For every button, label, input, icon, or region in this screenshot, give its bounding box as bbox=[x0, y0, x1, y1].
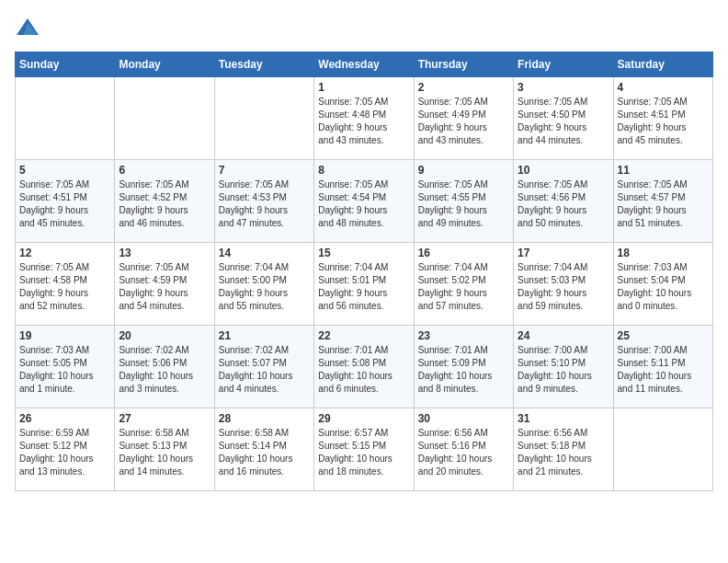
weekday-header-monday: Monday bbox=[115, 52, 214, 77]
weekday-header-thursday: Thursday bbox=[414, 52, 513, 77]
calendar-cell: 5Sunrise: 7:05 AM Sunset: 4:51 PM Daylig… bbox=[16, 160, 115, 243]
day-number: 3 bbox=[518, 81, 609, 94]
day-number: 8 bbox=[318, 164, 409, 177]
calendar-week-4: 26Sunrise: 6:59 AM Sunset: 5:12 PM Dayli… bbox=[16, 408, 713, 491]
calendar-week-3: 19Sunrise: 7:03 AM Sunset: 5:05 PM Dayli… bbox=[16, 326, 713, 408]
day-number: 26 bbox=[19, 412, 110, 425]
calendar-cell bbox=[16, 77, 115, 160]
day-number: 15 bbox=[318, 247, 409, 259]
calendar-cell: 14Sunrise: 7:04 AM Sunset: 5:00 PM Dayli… bbox=[214, 243, 313, 326]
calendar-cell: 20Sunrise: 7:02 AM Sunset: 5:06 PM Dayli… bbox=[115, 326, 214, 408]
day-number: 27 bbox=[119, 412, 210, 425]
calendar-cell: 6Sunrise: 7:05 AM Sunset: 4:52 PM Daylig… bbox=[115, 160, 214, 243]
calendar-cell: 7Sunrise: 7:05 AM Sunset: 4:53 PM Daylig… bbox=[214, 160, 313, 243]
calendar-week-2: 12Sunrise: 7:05 AM Sunset: 4:58 PM Dayli… bbox=[16, 243, 713, 326]
logo-icon bbox=[15, 15, 40, 40]
calendar-cell: 13Sunrise: 7:05 AM Sunset: 4:59 PM Dayli… bbox=[115, 243, 214, 326]
calendar-cell: 19Sunrise: 7:03 AM Sunset: 5:05 PM Dayli… bbox=[16, 326, 115, 408]
logo bbox=[15, 15, 44, 40]
calendar-cell: 17Sunrise: 7:04 AM Sunset: 5:03 PM Dayli… bbox=[514, 243, 613, 326]
weekday-header-saturday: Saturday bbox=[613, 52, 712, 77]
day-number: 1 bbox=[318, 81, 409, 94]
weekday-header-wednesday: Wednesday bbox=[314, 52, 414, 77]
day-info: Sunrise: 7:04 AM Sunset: 5:03 PM Dayligh… bbox=[518, 261, 609, 313]
calendar-table: SundayMondayTuesdayWednesdayThursdayFrid… bbox=[15, 52, 713, 491]
day-number: 24 bbox=[518, 329, 609, 342]
day-number: 11 bbox=[618, 164, 709, 177]
day-number: 5 bbox=[19, 164, 110, 177]
day-info: Sunrise: 6:59 AM Sunset: 5:12 PM Dayligh… bbox=[19, 427, 110, 478]
calendar-cell: 18Sunrise: 7:03 AM Sunset: 5:04 PM Dayli… bbox=[613, 243, 712, 326]
day-number: 21 bbox=[219, 329, 310, 342]
day-info: Sunrise: 7:05 AM Sunset: 4:51 PM Dayligh… bbox=[19, 178, 110, 230]
day-info: Sunrise: 7:05 AM Sunset: 4:51 PM Dayligh… bbox=[618, 96, 709, 147]
weekday-header-tuesday: Tuesday bbox=[214, 52, 313, 77]
day-number: 22 bbox=[318, 329, 409, 342]
calendar-cell: 8Sunrise: 7:05 AM Sunset: 4:54 PM Daylig… bbox=[314, 160, 414, 243]
calendar-cell: 11Sunrise: 7:05 AM Sunset: 4:57 PM Dayli… bbox=[613, 160, 712, 243]
day-number: 23 bbox=[418, 329, 509, 342]
day-info: Sunrise: 7:01 AM Sunset: 5:09 PM Dayligh… bbox=[418, 344, 509, 396]
day-info: Sunrise: 7:05 AM Sunset: 4:54 PM Dayligh… bbox=[318, 178, 409, 230]
calendar-cell bbox=[115, 77, 214, 160]
day-info: Sunrise: 7:05 AM Sunset: 4:48 PM Dayligh… bbox=[318, 96, 409, 147]
day-info: Sunrise: 7:04 AM Sunset: 5:01 PM Dayligh… bbox=[318, 261, 409, 313]
calendar-cell: 9Sunrise: 7:05 AM Sunset: 4:55 PM Daylig… bbox=[414, 160, 513, 243]
calendar-cell: 3Sunrise: 7:05 AM Sunset: 4:50 PM Daylig… bbox=[514, 77, 613, 160]
calendar-cell: 24Sunrise: 7:00 AM Sunset: 5:10 PM Dayli… bbox=[514, 326, 613, 408]
calendar-cell: 26Sunrise: 6:59 AM Sunset: 5:12 PM Dayli… bbox=[16, 408, 115, 491]
day-number: 19 bbox=[19, 329, 110, 342]
calendar-cell: 16Sunrise: 7:04 AM Sunset: 5:02 PM Dayli… bbox=[414, 243, 513, 326]
day-info: Sunrise: 7:05 AM Sunset: 4:49 PM Dayligh… bbox=[418, 96, 509, 147]
calendar-week-1: 5Sunrise: 7:05 AM Sunset: 4:51 PM Daylig… bbox=[16, 160, 713, 243]
calendar-cell: 23Sunrise: 7:01 AM Sunset: 5:09 PM Dayli… bbox=[414, 326, 513, 408]
calendar-cell bbox=[214, 77, 313, 160]
calendar-cell: 28Sunrise: 6:58 AM Sunset: 5:14 PM Dayli… bbox=[214, 408, 313, 491]
day-info: Sunrise: 6:56 AM Sunset: 5:18 PM Dayligh… bbox=[518, 427, 609, 478]
day-number: 28 bbox=[219, 412, 310, 425]
calendar-cell bbox=[613, 408, 712, 491]
day-info: Sunrise: 6:56 AM Sunset: 5:16 PM Dayligh… bbox=[418, 427, 509, 478]
day-info: Sunrise: 7:04 AM Sunset: 5:02 PM Dayligh… bbox=[418, 261, 509, 313]
day-number: 17 bbox=[518, 247, 609, 259]
day-info: Sunrise: 7:00 AM Sunset: 5:10 PM Dayligh… bbox=[518, 344, 609, 396]
calendar-cell: 2Sunrise: 7:05 AM Sunset: 4:49 PM Daylig… bbox=[414, 77, 513, 160]
day-info: Sunrise: 7:05 AM Sunset: 4:55 PM Dayligh… bbox=[418, 178, 509, 230]
day-number: 14 bbox=[219, 247, 310, 259]
day-info: Sunrise: 7:03 AM Sunset: 5:05 PM Dayligh… bbox=[19, 344, 110, 396]
weekday-header-friday: Friday bbox=[514, 52, 613, 77]
calendar-cell: 4Sunrise: 7:05 AM Sunset: 4:51 PM Daylig… bbox=[613, 77, 712, 160]
day-info: Sunrise: 7:05 AM Sunset: 4:52 PM Dayligh… bbox=[119, 178, 210, 230]
day-number: 25 bbox=[618, 329, 709, 342]
calendar-cell: 29Sunrise: 6:57 AM Sunset: 5:15 PM Dayli… bbox=[314, 408, 414, 491]
day-number: 7 bbox=[219, 164, 310, 177]
day-info: Sunrise: 7:05 AM Sunset: 4:50 PM Dayligh… bbox=[518, 96, 609, 147]
day-number: 31 bbox=[518, 412, 609, 425]
day-info: Sunrise: 6:58 AM Sunset: 5:13 PM Dayligh… bbox=[119, 427, 210, 478]
calendar-cell: 21Sunrise: 7:02 AM Sunset: 5:07 PM Dayli… bbox=[214, 326, 313, 408]
day-number: 6 bbox=[119, 164, 210, 177]
day-number: 2 bbox=[418, 81, 509, 94]
calendar-cell: 30Sunrise: 6:56 AM Sunset: 5:16 PM Dayli… bbox=[414, 408, 513, 491]
calendar-cell: 27Sunrise: 6:58 AM Sunset: 5:13 PM Dayli… bbox=[115, 408, 214, 491]
calendar-cell: 22Sunrise: 7:01 AM Sunset: 5:08 PM Dayli… bbox=[314, 326, 414, 408]
calendar-cell: 10Sunrise: 7:05 AM Sunset: 4:56 PM Dayli… bbox=[514, 160, 613, 243]
day-info: Sunrise: 7:05 AM Sunset: 4:58 PM Dayligh… bbox=[19, 261, 110, 313]
day-info: Sunrise: 7:00 AM Sunset: 5:11 PM Dayligh… bbox=[618, 344, 709, 396]
weekday-header-sunday: Sunday bbox=[16, 52, 115, 77]
day-number: 4 bbox=[618, 81, 709, 94]
day-info: Sunrise: 7:02 AM Sunset: 5:06 PM Dayligh… bbox=[119, 344, 210, 396]
day-number: 9 bbox=[418, 164, 509, 177]
day-info: Sunrise: 7:05 AM Sunset: 4:57 PM Dayligh… bbox=[618, 178, 709, 230]
day-info: Sunrise: 6:57 AM Sunset: 5:15 PM Dayligh… bbox=[318, 427, 409, 478]
calendar-cell: 12Sunrise: 7:05 AM Sunset: 4:58 PM Dayli… bbox=[16, 243, 115, 326]
day-number: 29 bbox=[318, 412, 409, 425]
day-info: Sunrise: 7:04 AM Sunset: 5:00 PM Dayligh… bbox=[219, 261, 310, 313]
calendar-cell: 1Sunrise: 7:05 AM Sunset: 4:48 PM Daylig… bbox=[314, 77, 414, 160]
day-info: Sunrise: 7:05 AM Sunset: 4:59 PM Dayligh… bbox=[119, 261, 210, 313]
day-info: Sunrise: 7:03 AM Sunset: 5:04 PM Dayligh… bbox=[618, 261, 709, 313]
day-number: 13 bbox=[119, 247, 210, 259]
calendar-body: 1Sunrise: 7:05 AM Sunset: 4:48 PM Daylig… bbox=[16, 77, 713, 491]
calendar-header-row: SundayMondayTuesdayWednesdayThursdayFrid… bbox=[16, 52, 713, 77]
calendar-cell: 25Sunrise: 7:00 AM Sunset: 5:11 PM Dayli… bbox=[613, 326, 712, 408]
